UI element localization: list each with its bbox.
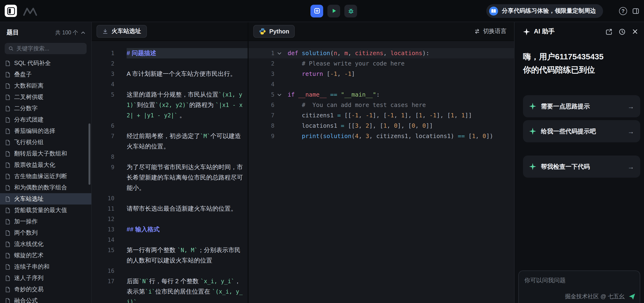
switch-language-label: 切换语言 <box>483 27 506 35</box>
code-line[interactable]: 8 locations1 = [[3, 2], [1, 0], [0, 0]] <box>248 121 514 131</box>
suggestion-card[interactable]: 帮我检查一下代码→ <box>523 156 640 178</box>
sidebar-item-label: 叠盘子 <box>14 71 32 79</box>
code-line[interactable]: 3 return [-1, -1] <box>248 69 514 79</box>
sidebar-item-label: 连续子串的和 <box>14 263 50 271</box>
sidebar-item[interactable]: 货船载货量的最大值 <box>0 204 91 216</box>
sidebar-item[interactable]: 螺旋的艺术 <box>0 250 91 261</box>
file-icon <box>5 218 11 224</box>
embed-button[interactable] <box>310 5 323 17</box>
fold-chevron-icon[interactable] <box>274 90 284 100</box>
line-number: 17 <box>92 276 114 303</box>
file-icon <box>5 139 11 145</box>
sidebar-item[interactable]: 翻转后最大子数组和 <box>0 148 91 159</box>
problem-text <box>127 235 244 245</box>
sidebar-item[interactable]: 流水线优化 <box>0 238 91 250</box>
editor-tab[interactable]: Python <box>253 25 295 38</box>
fold-gutter <box>274 59 284 69</box>
code-line[interactable]: 5if __name__ == "__main__": <box>248 90 514 100</box>
sidebar-item[interactable]: 飞行棋分组 <box>0 137 91 148</box>
code-line[interactable]: 2 # Please write your code here <box>248 59 514 69</box>
file-icon <box>5 94 11 100</box>
scrollbar-thumb[interactable] <box>88 123 90 185</box>
sidebar-item[interactable]: 迷人子序列 <box>0 272 91 284</box>
problem-line: 17后面`N`行，每行 2 个整数 `x_i, y_i`，表示第`i`位市民的居… <box>92 276 248 303</box>
line-number: 1 <box>92 48 114 59</box>
topbar-actions <box>310 5 357 17</box>
history-icon[interactable] <box>618 28 626 35</box>
sidebar-item[interactable]: 火车站选址 <box>0 193 91 204</box>
sidebar-item[interactable]: 股票收益最大化 <box>0 159 91 171</box>
promo-banner-text: 分享代码练习体验，领限量定制周边 <box>502 7 596 15</box>
problem-count[interactable]: 共 100 个 <box>55 29 86 36</box>
problem-text: 后面`N`行，每行 2 个整数 `x_i, y_i`，表示第`i`位市民的居住位… <box>127 276 244 303</box>
help-icon[interactable]: ? <box>619 7 627 15</box>
code-line[interactable]: 1def solution(n, m, citizens, locations)… <box>248 48 514 59</box>
inline-code: `N, M` <box>177 247 198 253</box>
line-number: 4 <box>248 79 274 90</box>
problem-panel: 火车站选址 1# 问题描述23A 市计划新建一个火车站方便市民出行。45这里的道… <box>92 22 248 303</box>
sidebar-item[interactable]: 二分数字 <box>0 103 91 114</box>
ai-panel-header: AI 助手 <box>514 22 644 41</box>
sidebar-item[interactable]: 加一操作 <box>0 216 91 227</box>
sidebar-item-label: 奇妙的交易 <box>14 285 44 293</box>
sidebar-item[interactable]: SQL 代码补全 <box>0 58 91 69</box>
editor-panel-header: Python 切换语言 <box>248 22 514 41</box>
file-icon <box>5 105 11 111</box>
sidebar-item-label: 加一操作 <box>14 217 38 225</box>
file-icon <box>5 184 11 191</box>
code-line[interactable]: 6 # You can add more test cases here <box>248 100 514 110</box>
sidebar-item[interactable]: 连续子串的和 <box>0 261 91 272</box>
panel-layout-icon[interactable] <box>632 7 639 14</box>
problem-line: 3A 市计划新建一个火车站方便市民出行。 <box>92 69 248 79</box>
problem-text <box>127 266 244 276</box>
problem-description[interactable]: 1# 问题描述23A 市计划新建一个火车站方便市民出行。45这里的道路十分规整，… <box>92 41 248 303</box>
search-box[interactable] <box>5 43 86 54</box>
sidebar-item[interactable]: 和为偶数的数字组合 <box>0 182 91 193</box>
sidebar-item[interactable]: 融合公式 <box>0 295 91 303</box>
code-line[interactable]: 7 citizens1 = [[-1, -1], [-1, 1], [1, -1… <box>248 110 514 121</box>
ai-assistant-panel: AI 助手 嗨，用户611754354 <box>514 22 644 303</box>
code-line[interactable]: 9 print(solution(4, 3, citizens1, locati… <box>248 131 514 141</box>
editor-panel: Python 切换语言 1def solution(n, m, citizens… <box>248 22 514 303</box>
sidebar-item[interactable]: 番茄编辑的选择 <box>0 125 91 137</box>
file-icon <box>5 207 11 213</box>
line-number: 9 <box>248 131 274 141</box>
switch-language-button[interactable]: 切换语言 <box>474 27 509 35</box>
fold-gutter <box>274 100 284 110</box>
sidebar-item[interactable]: 奇妙的交易 <box>0 284 91 295</box>
chat-input-box[interactable]: 掘金技术社区 @ 七五幺 <box>518 270 640 303</box>
code-text: # Please write your code here <box>284 59 514 69</box>
problem-tab[interactable]: 火车站选址 <box>96 25 147 38</box>
new-conversation-icon[interactable] <box>606 28 612 35</box>
code-editor[interactable]: 1def solution(n, m, citizens, locations)… <box>248 41 514 303</box>
send-icon[interactable] <box>628 293 636 300</box>
run-button[interactable] <box>328 5 340 17</box>
topbar: 分享代码练习体验，领限量定制周边 ? <box>0 0 644 22</box>
fold-gutter <box>274 131 284 141</box>
ai-greeting-line2: 你的代码陪练已到位 <box>523 64 636 77</box>
problem-text: 这里的道路十分规整，市民从位置`(x1, y1)`到位置`(x2, y2)`的路… <box>127 90 244 121</box>
sidebar-item[interactable]: 大数和距离 <box>0 80 91 91</box>
suggestion-card[interactable]: 需要一点思路提示→ <box>523 95 640 117</box>
search-input[interactable] <box>16 45 83 52</box>
sidebar-item[interactable]: 叠盘子 <box>0 69 91 80</box>
debug-button[interactable] <box>344 5 357 17</box>
code-line[interactable]: 4 <box>248 79 514 90</box>
problem-text <box>127 121 244 131</box>
sidebar-item[interactable]: 分布式团建 <box>0 114 91 125</box>
sidebar-item[interactable]: 两个数列 <box>0 227 91 238</box>
chat-input[interactable] <box>524 277 634 284</box>
problem-text <box>127 193 244 204</box>
sidebar-item[interactable]: 古生物血缘远近判断 <box>0 171 91 182</box>
line-number: 4 <box>92 79 114 90</box>
fold-chevron-icon[interactable] <box>274 48 284 59</box>
app-logo-icon[interactable] <box>5 5 17 17</box>
sidebar-item-label: 古生物血缘远近判断 <box>14 172 67 180</box>
sidebar-item[interactable]: 二叉树供暖 <box>0 91 91 103</box>
promo-banner[interactable]: 分享代码练习体验，领限量定制周边 <box>486 4 603 18</box>
problem-count-label: 共 100 个 <box>55 29 78 36</box>
code-text: if __name__ == "__main__": <box>284 90 514 100</box>
suggestion-card[interactable]: 给我一些代码提示吧→ <box>523 120 640 142</box>
main-area: 题目 共 100 个 SQL 代码补全叠盘子大数和距离二叉树供暖二分数字分布式团… <box>0 22 644 303</box>
close-icon[interactable] <box>632 28 638 35</box>
